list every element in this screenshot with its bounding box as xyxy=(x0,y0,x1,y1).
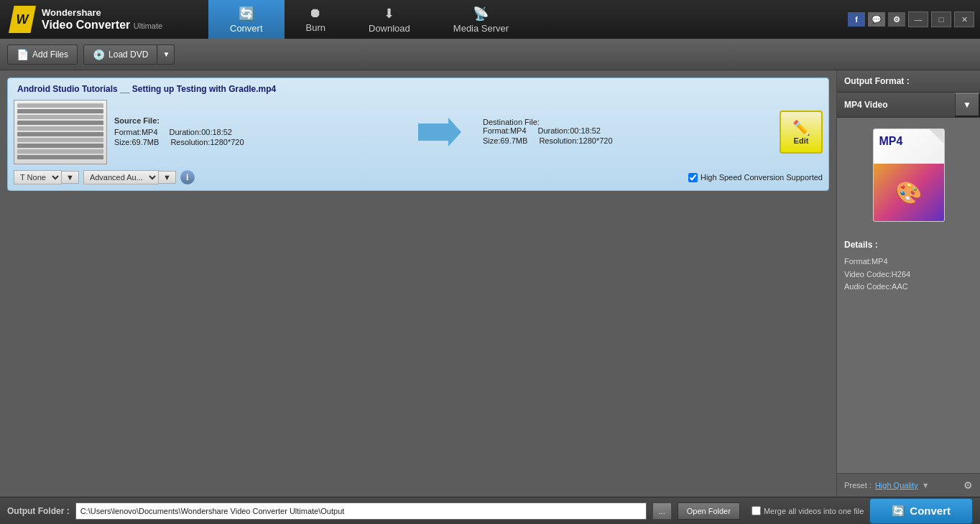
audio-dropdown[interactable]: ▼ xyxy=(159,171,176,184)
social-icons: f 💬 ⚙ xyxy=(848,12,905,27)
text-dropdown[interactable]: ▼ xyxy=(62,171,79,184)
merge-checkbox-area: Merge all videos into one file xyxy=(752,506,864,515)
load-dvd-dropdown[interactable]: ▼ xyxy=(157,45,175,65)
text-select[interactable]: T None xyxy=(14,170,62,184)
folder-path-input[interactable] xyxy=(75,502,647,520)
thumb-line-9 xyxy=(17,149,103,154)
thumb-line-2 xyxy=(17,109,103,113)
thumb-line-5 xyxy=(17,126,103,131)
merge-label: Merge all videos into one file xyxy=(764,507,864,515)
media-server-icon: 📡 xyxy=(473,6,489,22)
tab-convert-label: Convert xyxy=(230,23,263,34)
file-title: Android Studio Tutorials __ Setting up T… xyxy=(14,84,823,94)
thumb-line-8 xyxy=(17,144,103,148)
details-text: Format:MP4 Video Codec:H264 Audio Codec:… xyxy=(844,256,973,294)
right-panel: Output Format : MP4 Video ▼ MP4 🎨 Detail… xyxy=(836,70,980,497)
dest-info: Destination File: Format:MP4 Duration:00… xyxy=(483,118,765,146)
arrow-area xyxy=(404,118,476,146)
thumbnail-content xyxy=(14,100,106,164)
high-speed-checkbox[interactable] xyxy=(688,173,698,182)
mp4-label: MP4 xyxy=(879,135,903,148)
source-label: Source File: xyxy=(114,116,397,125)
dest-size: Size:69.7MB xyxy=(483,136,527,145)
source-duration: Duration:00:18:52 xyxy=(170,128,232,136)
audio-select[interactable]: Advanced Au... xyxy=(83,170,159,184)
source-format: Format:MP4 xyxy=(114,128,158,136)
preset-value[interactable]: High Quality xyxy=(875,481,918,490)
open-folder-button[interactable]: Open Folder xyxy=(678,502,740,520)
tab-media-server[interactable]: 📡 Media Server xyxy=(432,0,530,39)
tab-burn[interactable]: ⏺ Burn xyxy=(285,0,347,39)
load-dvd-label: Load DVD xyxy=(108,50,148,60)
title-bar: W Wondershare Video Converter Ultimate 🔄… xyxy=(0,0,980,39)
download-icon: ⬇ xyxy=(384,6,394,22)
facebook-icon[interactable]: f xyxy=(848,12,865,27)
high-speed-label: High Speed Conversion Supported xyxy=(701,173,823,182)
audio-codec-detail: Audio Codec:AAC xyxy=(844,281,973,294)
preset-chevron: ▼ xyxy=(922,481,930,490)
dest-label: Destination File: xyxy=(483,118,765,126)
dest-format: Format:MP4 xyxy=(483,126,527,135)
burn-icon: ⏺ xyxy=(309,6,322,21)
browse-button[interactable]: ... xyxy=(652,502,672,520)
convert-icon: 🔄 xyxy=(239,6,254,22)
logo-icon: W xyxy=(9,6,36,33)
mp4-image-icon: 🎨 xyxy=(895,180,922,205)
details-section: Details : Format:MP4 Video Codec:H264 Au… xyxy=(837,233,980,473)
main-content: Android Studio Tutorials __ Setting up T… xyxy=(0,70,980,497)
info-button[interactable]: i xyxy=(180,170,195,184)
file-item: Android Studio Tutorials __ Setting up T… xyxy=(7,78,829,191)
video-codec-detail: Video Codec:H264 xyxy=(844,268,973,281)
convert-label: Convert xyxy=(910,505,951,517)
merge-checkbox[interactable] xyxy=(752,506,761,515)
tab-convert[interactable]: 🔄 Convert xyxy=(208,0,285,39)
minimize-button[interactable]: — xyxy=(908,11,928,27)
nav-tabs: 🔄 Convert ⏺ Burn ⬇ Download 📡 Media Serv… xyxy=(208,0,530,39)
thumb-line-1 xyxy=(17,103,103,108)
format-detail: Format:MP4 xyxy=(844,256,973,268)
edit-label: Edit xyxy=(794,136,809,145)
toolbar: 📄 Add Files 💿 Load DVD ▼ xyxy=(0,39,980,70)
settings-icon[interactable]: ⚙ xyxy=(888,12,905,27)
edit-button[interactable]: ✏️ Edit xyxy=(780,111,823,154)
add-files-button[interactable]: 📄 Add Files xyxy=(7,45,78,65)
add-files-icon: 📄 xyxy=(17,49,29,60)
file-details: Source File: Format:MP4 Duration:00:18:5… xyxy=(14,100,823,164)
tab-burn-label: Burn xyxy=(306,22,325,33)
dest-row-1: Format:MP4 Duration:00:18:52 xyxy=(483,126,765,135)
preset-label: Preset : xyxy=(844,481,872,490)
thumb-line-3 xyxy=(17,115,103,119)
maximize-button[interactable]: □ xyxy=(931,11,951,27)
close-button[interactable]: ✕ xyxy=(954,11,974,27)
edit-icon: ✏️ xyxy=(792,119,810,136)
format-dropdown-button[interactable]: ▼ xyxy=(955,93,980,117)
arrow-right-icon xyxy=(418,118,461,146)
mp4-preview-image: 🎨 xyxy=(874,164,944,221)
file-controls: T None ▼ Advanced Au... ▼ i High Speed C… xyxy=(14,170,823,184)
brand-name: Wondershare xyxy=(42,7,162,19)
logo-area: W Wondershare Video Converter Ultimate xyxy=(0,6,208,33)
chat-icon[interactable]: 💬 xyxy=(868,12,885,27)
tab-download[interactable]: ⬇ Download xyxy=(347,0,432,39)
format-preview: MP4 🎨 xyxy=(837,118,980,233)
convert-button[interactable]: 🔄 Convert xyxy=(869,498,973,524)
file-thumbnail xyxy=(14,100,107,164)
thumb-line-7 xyxy=(17,138,103,142)
source-row-1: Format:MP4 Duration:00:18:52 xyxy=(114,128,397,136)
bottom-bar: Output Folder : ... Open Folder Merge al… xyxy=(0,497,980,524)
high-speed-checkbox-area: High Speed Conversion Supported xyxy=(688,173,823,182)
thumb-line-4 xyxy=(17,121,103,125)
gear-icon[interactable]: ⚙ xyxy=(963,479,973,491)
source-info: Source File: Format:MP4 Duration:00:18:5… xyxy=(114,116,397,148)
dest-resolution: Resolution:1280*720 xyxy=(539,136,612,145)
source-size: Size:69.7MB xyxy=(114,138,159,146)
window-controls: f 💬 ⚙ — □ ✕ xyxy=(848,11,980,27)
preset-section: Preset : High Quality ▼ ⚙ xyxy=(837,473,980,497)
load-dvd-button[interactable]: 💿 Load DVD xyxy=(83,45,157,65)
output-format-header: Output Format : xyxy=(837,70,980,93)
source-row-2: Size:69.7MB Resolution:1280*720 xyxy=(114,138,397,146)
dvd-icon: 💿 xyxy=(93,49,105,60)
dest-duration: Duration:00:18:52 xyxy=(538,126,601,135)
details-title: Details : xyxy=(844,240,973,250)
thumb-line-6 xyxy=(17,132,103,136)
